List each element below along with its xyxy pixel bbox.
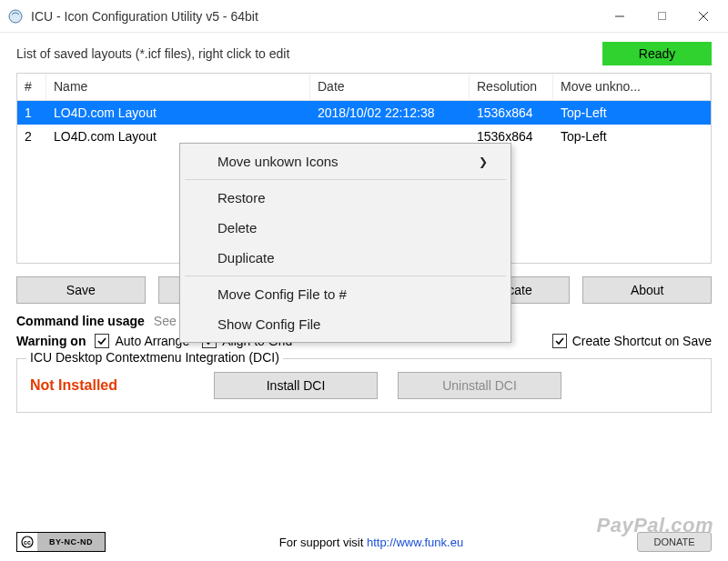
window-title: ICU - Icon Configuration Utility v5 - 64… (31, 9, 599, 24)
app-icon (7, 8, 24, 25)
ctx-delete[interactable]: Delete (183, 213, 508, 243)
about-button[interactable]: About (582, 276, 712, 304)
status-badge: Ready (602, 42, 712, 65)
ctx-move-unknown-icons[interactable]: Move unkown Icons ❯ (183, 146, 508, 176)
svg-point-0 (9, 10, 22, 23)
footer: cc BY-NC-ND For support visit http://www… (16, 526, 712, 556)
save-button[interactable]: Save (16, 276, 146, 304)
cc-text: BY-NC-ND (37, 533, 105, 551)
header-name[interactable]: Name (46, 74, 310, 100)
cmdline-label: Command line usage (16, 314, 145, 328)
support-link[interactable]: http://www.funk.eu (367, 536, 463, 549)
ctx-separator (185, 179, 506, 180)
ctx-move-config[interactable]: Move Config File to # (183, 279, 508, 309)
donate-button[interactable]: DONATE (637, 532, 712, 552)
auto-arrange-checkbox[interactable] (95, 334, 109, 348)
dci-status: Not Installed (30, 377, 117, 393)
chevron-right-icon: ❯ (479, 155, 488, 168)
uninstall-dci-button: Uninstall DCI (398, 372, 561, 399)
ctx-duplicate[interactable]: Duplicate (183, 243, 508, 273)
header-index[interactable]: # (17, 74, 46, 100)
dci-group: ICU Desktop Contextmenu Integration (DCI… (16, 358, 712, 413)
create-shortcut-label: Create Shortcut on Save (572, 334, 712, 348)
header-date[interactable]: Date (310, 74, 470, 100)
support-text: For support visit http://www.funk.eu (106, 536, 637, 549)
ctx-separator (185, 275, 506, 276)
svg-text:cc: cc (24, 539, 31, 546)
ctx-show-config[interactable]: Show Config File (183, 309, 508, 339)
list-label: List of saved layouts (*.icf files), rig… (16, 46, 602, 61)
warning-label: Warning on (16, 334, 86, 348)
window-controls (599, 3, 724, 30)
ctx-restore[interactable]: Restore (183, 183, 508, 213)
auto-arrange-label: Auto Arrange (115, 334, 189, 348)
list-header: # Name Date Resolution Move unkno... (17, 74, 711, 101)
dci-legend: ICU Desktop Contextmenu Integration (DCI… (26, 350, 283, 365)
cc-icon: cc (17, 533, 37, 551)
install-dci-button[interactable]: Install DCI (214, 372, 378, 399)
header-resolution[interactable]: Resolution (470, 74, 553, 100)
create-shortcut-checkbox[interactable] (552, 334, 567, 348)
header-move[interactable]: Move unkno... (553, 74, 711, 100)
minimize-button[interactable] (599, 3, 641, 30)
close-button[interactable] (682, 3, 724, 30)
svg-rect-2 (658, 13, 665, 20)
titlebar: ICU - Icon Configuration Utility v5 - 64… (0, 0, 728, 33)
list-row[interactable]: 1 LO4D.com Layout 2018/10/02 22:12:38 15… (17, 101, 711, 125)
cc-license-badge[interactable]: cc BY-NC-ND (16, 532, 106, 552)
maximize-button[interactable] (641, 3, 682, 30)
context-menu[interactable]: Move unkown Icons ❯ Restore Delete Dupli… (179, 143, 511, 343)
